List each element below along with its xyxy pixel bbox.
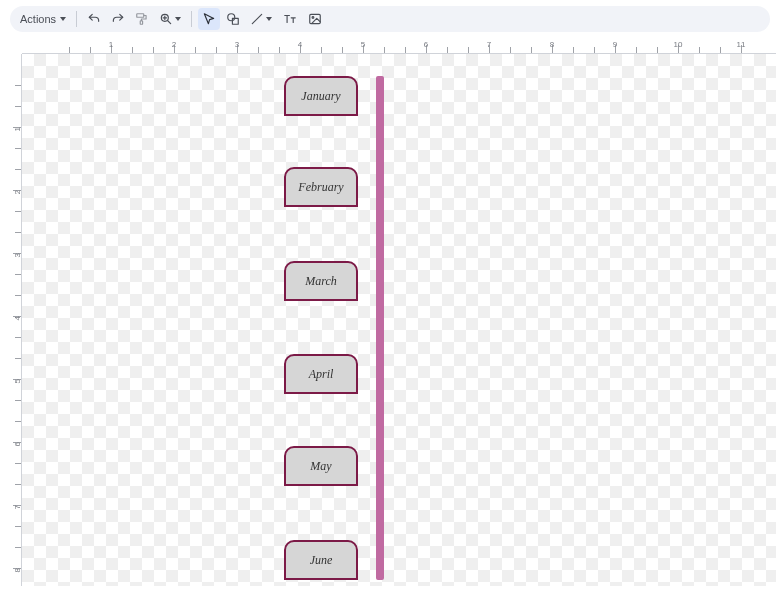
undo-button[interactable] bbox=[83, 8, 105, 30]
select-tool-button[interactable] bbox=[198, 8, 220, 30]
redo-icon bbox=[111, 12, 125, 26]
month-box[interactable]: May bbox=[284, 446, 358, 486]
month-label: March bbox=[305, 274, 337, 289]
ruler-h-mark: 1 bbox=[109, 40, 113, 49]
timeline-line[interactable] bbox=[376, 76, 384, 580]
chevron-down-icon bbox=[266, 17, 272, 21]
canvas[interactable]: JanuaryFebruaryMarchAprilMayJune bbox=[22, 54, 776, 586]
image-tool-button[interactable] bbox=[304, 8, 326, 30]
svg-line-3 bbox=[168, 21, 171, 24]
svg-point-10 bbox=[312, 17, 314, 19]
image-icon bbox=[308, 12, 322, 26]
ruler-h-mark: 3 bbox=[235, 40, 239, 49]
ruler-h-mark: 11 bbox=[737, 40, 746, 49]
ruler-v-mark: 6 bbox=[13, 442, 22, 446]
svg-rect-7 bbox=[232, 18, 238, 24]
ruler-h-mark: 7 bbox=[487, 40, 491, 49]
month-label: May bbox=[310, 459, 331, 474]
ruler-v-mark: 7 bbox=[13, 505, 22, 509]
month-label: February bbox=[298, 180, 343, 195]
toolbar: Actions bbox=[10, 6, 770, 32]
svg-rect-9 bbox=[310, 14, 321, 23]
shape-icon bbox=[226, 12, 240, 26]
ruler-vertical: 12345678 bbox=[8, 54, 22, 586]
actions-menu[interactable]: Actions bbox=[16, 8, 70, 30]
ruler-h-mark: 5 bbox=[361, 40, 365, 49]
ruler-v-mark: 8 bbox=[13, 568, 22, 572]
zoom-button[interactable] bbox=[155, 8, 185, 30]
ruler-horizontal: 1234567891011 bbox=[22, 40, 776, 54]
chevron-down-icon bbox=[175, 17, 181, 21]
month-box[interactable]: January bbox=[284, 76, 358, 116]
text-icon bbox=[282, 12, 298, 26]
redo-button[interactable] bbox=[107, 8, 129, 30]
undo-icon bbox=[87, 12, 101, 26]
month-label: April bbox=[309, 367, 334, 382]
month-label: June bbox=[310, 553, 333, 568]
svg-rect-0 bbox=[137, 14, 144, 18]
month-box[interactable]: June bbox=[284, 540, 358, 580]
paint-format-button[interactable] bbox=[131, 8, 153, 30]
ruler-h-mark: 8 bbox=[550, 40, 554, 49]
toolbar-divider bbox=[191, 11, 192, 27]
shape-tool-button[interactable] bbox=[222, 8, 244, 30]
ruler-v-mark: 2 bbox=[13, 190, 22, 194]
zoom-icon bbox=[159, 12, 173, 26]
cursor-icon bbox=[202, 12, 216, 26]
ruler-h-mark: 10 bbox=[674, 40, 683, 49]
month-box[interactable]: February bbox=[284, 167, 358, 207]
svg-point-6 bbox=[228, 14, 235, 21]
line-icon bbox=[250, 12, 264, 26]
toolbar-divider bbox=[76, 11, 77, 27]
ruler-h-mark: 6 bbox=[424, 40, 428, 49]
month-label: January bbox=[301, 89, 340, 104]
line-tool-button[interactable] bbox=[246, 8, 276, 30]
paint-roller-icon bbox=[135, 12, 149, 26]
ruler-v-mark: 5 bbox=[13, 379, 22, 383]
ruler-v-mark: 3 bbox=[13, 253, 22, 257]
ruler-h-mark: 9 bbox=[613, 40, 617, 49]
svg-rect-1 bbox=[140, 21, 142, 25]
month-box[interactable]: March bbox=[284, 261, 358, 301]
ruler-v-mark: 1 bbox=[13, 127, 22, 131]
ruler-v-mark: 4 bbox=[13, 316, 22, 320]
month-box[interactable]: April bbox=[284, 354, 358, 394]
canvas-wrap: JanuaryFebruaryMarchAprilMayJune bbox=[22, 54, 776, 586]
svg-line-8 bbox=[252, 14, 261, 23]
text-tool-button[interactable] bbox=[278, 8, 302, 30]
actions-label: Actions bbox=[20, 13, 56, 25]
ruler-h-mark: 4 bbox=[298, 40, 302, 49]
chevron-down-icon bbox=[60, 17, 66, 21]
ruler-h-mark: 2 bbox=[172, 40, 176, 49]
